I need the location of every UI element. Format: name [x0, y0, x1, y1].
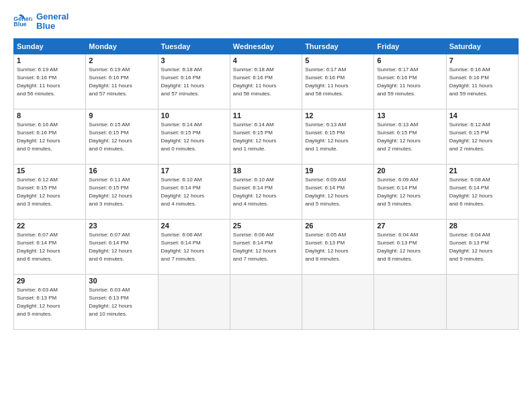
day-number: 12	[305, 111, 371, 120]
day-cell-empty	[302, 274, 374, 329]
day-cell-4: 4Sunrise: 6:18 AM Sunset: 6:16 PM Daylig…	[230, 54, 302, 109]
day-number: 8	[17, 111, 83, 120]
col-header-thursday: Thursday	[302, 38, 374, 54]
day-info: Sunrise: 6:12 AM Sunset: 6:15 PM Dayligh…	[449, 121, 515, 153]
week-row-2: 8Sunrise: 6:16 AM Sunset: 6:16 PM Daylig…	[14, 109, 519, 164]
logo: General Blue General Blue	[13, 12, 69, 32]
day-info: Sunrise: 6:06 AM Sunset: 6:14 PM Dayligh…	[233, 231, 299, 263]
day-info: Sunrise: 6:08 AM Sunset: 6:14 PM Dayligh…	[449, 176, 515, 208]
day-number: 25	[233, 222, 299, 230]
day-info: Sunrise: 6:09 AM Sunset: 6:14 PM Dayligh…	[377, 176, 443, 208]
day-cell-16: 16Sunrise: 6:11 AM Sunset: 6:15 PM Dayli…	[86, 164, 158, 219]
day-number: 16	[89, 167, 154, 175]
day-number: 2	[89, 56, 154, 64]
day-info: Sunrise: 6:03 AM Sunset: 6:13 PM Dayligh…	[17, 286, 83, 318]
day-cell-6: 6Sunrise: 6:17 AM Sunset: 6:16 PM Daylig…	[374, 54, 446, 109]
day-number: 24	[161, 222, 227, 230]
day-info: Sunrise: 6:05 AM Sunset: 6:13 PM Dayligh…	[305, 231, 371, 263]
day-cell-empty	[158, 274, 230, 329]
week-row-5: 29Sunrise: 6:03 AM Sunset: 6:13 PM Dayli…	[14, 274, 519, 329]
week-row-3: 15Sunrise: 6:12 AM Sunset: 6:15 PM Dayli…	[14, 164, 519, 219]
day-number: 15	[17, 167, 83, 175]
day-info: Sunrise: 6:18 AM Sunset: 6:16 PM Dayligh…	[233, 66, 299, 98]
day-info: Sunrise: 6:15 AM Sunset: 6:15 PM Dayligh…	[89, 121, 154, 153]
day-number: 29	[17, 277, 83, 285]
day-info: Sunrise: 6:10 AM Sunset: 6:14 PM Dayligh…	[233, 176, 299, 208]
day-cell-empty	[374, 274, 446, 329]
logo-general: General	[36, 12, 69, 21]
day-info: Sunrise: 6:04 AM Sunset: 6:13 PM Dayligh…	[377, 231, 443, 263]
day-info: Sunrise: 6:18 AM Sunset: 6:16 PM Dayligh…	[161, 66, 227, 98]
svg-text:Blue: Blue	[13, 21, 26, 28]
day-cell-5: 5Sunrise: 6:17 AM Sunset: 6:16 PM Daylig…	[302, 54, 374, 109]
day-number: 17	[161, 167, 227, 175]
day-info: Sunrise: 6:09 AM Sunset: 6:14 PM Dayligh…	[305, 176, 371, 208]
col-header-sunday: Sunday	[14, 38, 86, 54]
day-number: 5	[305, 56, 371, 64]
day-number: 9	[89, 111, 154, 120]
day-number: 19	[305, 167, 371, 175]
day-cell-14: 14Sunrise: 6:12 AM Sunset: 6:15 PM Dayli…	[446, 109, 518, 164]
day-cell-empty	[230, 274, 302, 329]
day-number: 11	[233, 111, 299, 120]
day-cell-18: 18Sunrise: 6:10 AM Sunset: 6:14 PM Dayli…	[230, 164, 302, 219]
day-number: 21	[449, 167, 515, 175]
day-number: 22	[17, 222, 83, 230]
day-number: 18	[233, 167, 299, 175]
day-info: Sunrise: 6:13 AM Sunset: 6:15 PM Dayligh…	[305, 121, 371, 153]
day-cell-8: 8Sunrise: 6:16 AM Sunset: 6:16 PM Daylig…	[14, 109, 86, 164]
day-cell-30: 30Sunrise: 6:03 AM Sunset: 6:13 PM Dayli…	[86, 274, 158, 329]
day-cell-26: 26Sunrise: 6:05 AM Sunset: 6:13 PM Dayli…	[302, 219, 374, 274]
day-cell-21: 21Sunrise: 6:08 AM Sunset: 6:14 PM Dayli…	[446, 164, 518, 219]
week-row-4: 22Sunrise: 6:07 AM Sunset: 6:14 PM Dayli…	[14, 219, 519, 274]
day-number: 13	[377, 111, 443, 120]
day-info: Sunrise: 6:17 AM Sunset: 6:16 PM Dayligh…	[305, 66, 371, 98]
day-cell-13: 13Sunrise: 6:13 AM Sunset: 6:15 PM Dayli…	[374, 109, 446, 164]
col-header-tuesday: Tuesday	[158, 38, 230, 54]
week-row-1: 1Sunrise: 6:19 AM Sunset: 6:16 PM Daylig…	[14, 54, 519, 109]
day-cell-19: 19Sunrise: 6:09 AM Sunset: 6:14 PM Dayli…	[302, 164, 374, 219]
col-header-wednesday: Wednesday	[230, 38, 302, 54]
day-info: Sunrise: 6:16 AM Sunset: 6:16 PM Dayligh…	[17, 121, 83, 153]
day-cell-9: 9Sunrise: 6:15 AM Sunset: 6:15 PM Daylig…	[86, 109, 158, 164]
day-cell-15: 15Sunrise: 6:12 AM Sunset: 6:15 PM Dayli…	[14, 164, 86, 219]
day-number: 4	[233, 56, 299, 64]
day-number: 27	[377, 222, 443, 230]
day-info: Sunrise: 6:07 AM Sunset: 6:14 PM Dayligh…	[89, 231, 154, 263]
day-number: 10	[161, 111, 227, 120]
day-number: 20	[377, 167, 443, 175]
day-info: Sunrise: 6:16 AM Sunset: 6:16 PM Dayligh…	[449, 66, 515, 98]
calendar-header-row: SundayMondayTuesdayWednesdayThursdayFrid…	[14, 38, 519, 54]
logo-icon: General Blue	[13, 14, 32, 29]
day-number: 1	[17, 56, 83, 64]
calendar-table: SundayMondayTuesdayWednesdayThursdayFrid…	[13, 38, 519, 330]
day-info: Sunrise: 6:04 AM Sunset: 6:13 PM Dayligh…	[449, 231, 515, 263]
day-number: 28	[449, 222, 515, 230]
day-cell-25: 25Sunrise: 6:06 AM Sunset: 6:14 PM Dayli…	[230, 219, 302, 274]
day-number: 3	[161, 56, 227, 64]
day-number: 14	[449, 111, 515, 120]
day-cell-23: 23Sunrise: 6:07 AM Sunset: 6:14 PM Dayli…	[86, 219, 158, 274]
day-info: Sunrise: 6:10 AM Sunset: 6:14 PM Dayligh…	[161, 176, 227, 208]
col-header-monday: Monday	[86, 38, 158, 54]
page-header: General Blue General Blue	[13, 12, 519, 32]
day-cell-24: 24Sunrise: 6:06 AM Sunset: 6:14 PM Dayli…	[158, 219, 230, 274]
day-cell-2: 2Sunrise: 6:19 AM Sunset: 6:16 PM Daylig…	[86, 54, 158, 109]
day-number: 6	[377, 56, 443, 64]
day-cell-17: 17Sunrise: 6:10 AM Sunset: 6:14 PM Dayli…	[158, 164, 230, 219]
col-header-saturday: Saturday	[446, 38, 518, 54]
day-info: Sunrise: 6:12 AM Sunset: 6:15 PM Dayligh…	[17, 176, 83, 208]
day-cell-7: 7Sunrise: 6:16 AM Sunset: 6:16 PM Daylig…	[446, 54, 518, 109]
day-info: Sunrise: 6:19 AM Sunset: 6:16 PM Dayligh…	[17, 66, 83, 98]
day-cell-28: 28Sunrise: 6:04 AM Sunset: 6:13 PM Dayli…	[446, 219, 518, 274]
day-cell-20: 20Sunrise: 6:09 AM Sunset: 6:14 PM Dayli…	[374, 164, 446, 219]
day-info: Sunrise: 6:14 AM Sunset: 6:15 PM Dayligh…	[161, 121, 227, 153]
day-info: Sunrise: 6:06 AM Sunset: 6:14 PM Dayligh…	[161, 231, 227, 263]
day-cell-12: 12Sunrise: 6:13 AM Sunset: 6:15 PM Dayli…	[302, 109, 374, 164]
day-number: 23	[89, 222, 154, 230]
day-cell-11: 11Sunrise: 6:14 AM Sunset: 6:15 PM Dayli…	[230, 109, 302, 164]
day-cell-1: 1Sunrise: 6:19 AM Sunset: 6:16 PM Daylig…	[14, 54, 86, 109]
day-info: Sunrise: 6:14 AM Sunset: 6:15 PM Dayligh…	[233, 121, 299, 153]
day-info: Sunrise: 6:11 AM Sunset: 6:15 PM Dayligh…	[89, 176, 154, 208]
day-info: Sunrise: 6:07 AM Sunset: 6:14 PM Dayligh…	[17, 231, 83, 263]
